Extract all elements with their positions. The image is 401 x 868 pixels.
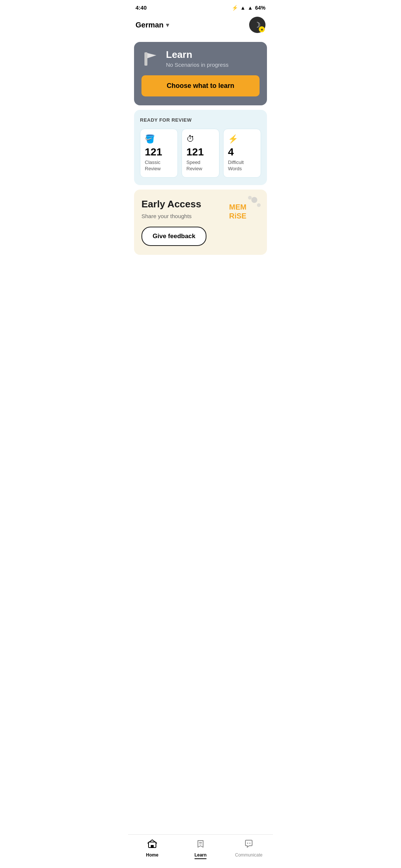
review-cards: 🪣 121 Classic Review ⏱ 121 Speed Review …: [140, 129, 261, 178]
language-selector[interactable]: German ▾: [136, 21, 169, 29]
speed-review-card[interactable]: ⏱ 121 Speed Review: [182, 129, 219, 178]
review-section: READY FOR REVIEW 🪣 121 Classic Review ⏱ …: [134, 110, 267, 185]
classic-review-card[interactable]: 🪣 121 Classic Review: [140, 129, 178, 178]
time: 4:40: [136, 4, 147, 11]
profile-button[interactable]: ☽ ★: [249, 17, 265, 33]
difficult-words-number: 4: [228, 147, 256, 157]
classic-review-label: Classic Review: [145, 160, 173, 172]
status-icons: ⚡ ▲ ▲ 64%: [232, 5, 265, 11]
speed-review-label: Speed Review: [186, 160, 215, 172]
svg-point-3: [248, 196, 252, 200]
review-section-title: READY FOR REVIEW: [140, 117, 261, 123]
status-bar: 4:40 ⚡ ▲ ▲ 64%: [128, 0, 273, 14]
difficult-words-card[interactable]: ⚡ 4 Difficult Words: [223, 129, 261, 178]
difficult-words-label: Difficult Words: [228, 160, 256, 172]
flag-icon: [141, 49, 160, 68]
svg-point-2: [257, 203, 261, 207]
wifi-icon: ▲: [248, 5, 253, 11]
watering-can-icon: 🪣: [145, 134, 173, 144]
bluetooth-icon: ⚡: [232, 5, 238, 11]
battery: 64%: [255, 5, 265, 11]
learn-card: Learn No Scenarios in progress Choose wh…: [134, 42, 267, 105]
chevron-down-icon: ▾: [166, 22, 169, 29]
svg-text:MEM: MEM: [229, 203, 247, 211]
svg-point-1: [251, 197, 257, 203]
learn-card-content: Learn No Scenarios in progress: [141, 49, 260, 68]
give-feedback-button[interactable]: Give feedback: [141, 227, 206, 246]
star-badge: ★: [259, 26, 265, 32]
signal-icon: ▲: [240, 5, 245, 11]
learn-card-text: Learn No Scenarios in progress: [166, 49, 228, 68]
choose-what-to-learn-button[interactable]: Choose what to learn: [141, 75, 260, 96]
speed-review-number: 121: [186, 147, 215, 157]
early-access-card: Early Access Share your thoughts Give fe…: [134, 190, 267, 255]
svg-text:RiSE: RiSE: [229, 212, 247, 220]
svg-rect-0: [144, 52, 147, 66]
language-label: German: [136, 21, 164, 29]
stopwatch-icon: ⏱: [186, 134, 215, 144]
memrise-logo: MEM RiSE: [228, 195, 261, 223]
lightning-icon: ⚡: [228, 134, 256, 144]
learn-card-subtitle: No Scenarios in progress: [166, 62, 228, 68]
classic-review-number: 121: [145, 147, 173, 157]
header: German ▾ ☽ ★: [128, 14, 273, 39]
learn-card-title: Learn: [166, 49, 228, 60]
